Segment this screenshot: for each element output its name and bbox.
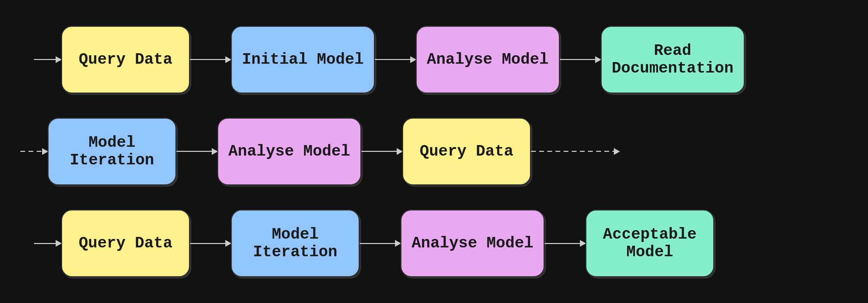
trail-arrow-r2 [531, 151, 619, 152]
node-r2-3: Query Data [402, 118, 531, 185]
node-r2-2: Analyse Model [217, 118, 361, 185]
node-r3-4: AcceptableModel [585, 209, 714, 277]
row-2: ModelIteration Analyse Model Query Data [20, 111, 848, 192]
node-r3-3: Analyse Model [400, 209, 545, 277]
arrow-r1-3 [560, 59, 601, 60]
node-r1-2: Initial Model [231, 26, 375, 94]
node-r3-1: Query Data [61, 209, 190, 277]
arrow-r2-2 [361, 151, 402, 152]
arrow-r3-3 [545, 243, 585, 244]
arrow-r2-1 [176, 151, 217, 152]
arrow-r3-1 [190, 243, 231, 244]
lead-arrow-r3 [34, 243, 61, 244]
arrow-r1-2 [375, 59, 416, 60]
node-r1-3: Analyse Model [416, 26, 560, 94]
arrow-r1-1 [190, 59, 231, 60]
node-r1-4: ReadDocumentation [601, 26, 745, 94]
node-r1-1: Query Data [61, 26, 190, 94]
row-1: Query Data Initial Model Analyse Model R… [20, 19, 848, 100]
lead-arrow-r2 [20, 151, 48, 152]
arrow-r3-2 [360, 243, 400, 244]
node-r3-2: ModelIteration [231, 209, 360, 277]
row-3: Query Data ModelIteration Analyse Model … [20, 203, 848, 284]
diagram: Query Data Initial Model Analyse Model R… [0, 0, 868, 303]
node-r2-1: ModelIteration [48, 118, 176, 185]
lead-arrow-r1 [34, 59, 61, 60]
